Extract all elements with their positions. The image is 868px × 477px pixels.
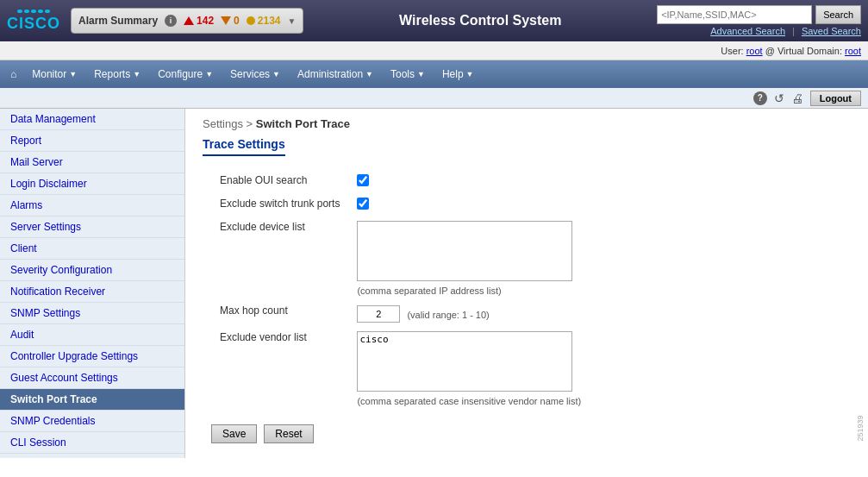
sidebar-item-alarms[interactable]: Alarms [0, 195, 184, 217]
search-button[interactable]: Search [815, 5, 861, 24]
user-label: User: [721, 46, 743, 56]
sidebar-item-server-settings[interactable]: Server Settings [0, 217, 184, 238]
user-bar: User: root @ Virtual Domain: root [0, 41, 868, 60]
refresh-icon[interactable]: ↺ [774, 91, 784, 105]
alarm-dropdown-arrow[interactable]: ▼ [287, 16, 296, 26]
sidebar-item-snmp-settings[interactable]: SNMP Settings [0, 303, 184, 324]
max-hop-hint: (valid range: 1 - 10) [407, 310, 489, 320]
watermark: 251939 [856, 284, 865, 442]
sidebar-item-audit[interactable]: Audit [0, 324, 184, 346]
nav-services[interactable]: Services ▼ [222, 63, 289, 85]
sidebar-item-notification-receiver[interactable]: Notification Receiver [0, 281, 184, 303]
configure-arrow: ▼ [205, 70, 213, 78]
cisco-logo: CISCO [7, 9, 60, 33]
breadcrumb: Settings > Switch Port Trace [203, 117, 851, 130]
nav-administration[interactable]: Administration ▼ [289, 63, 382, 85]
major-icon [221, 16, 231, 25]
exclude-trunk-label: Exclude switch trunk ports [211, 193, 348, 217]
separator: @ [765, 46, 775, 56]
save-button[interactable]: Save [211, 424, 257, 443]
enable-oui-checkbox[interactable] [357, 174, 369, 186]
search-input[interactable] [657, 5, 812, 24]
sidebar-item-mail-server[interactable]: Mail Server [0, 152, 184, 173]
alarm-summary-label: Alarm Summary [78, 15, 158, 27]
exclude-device-label: Exclude device list [211, 217, 348, 300]
username-link[interactable]: root [746, 46, 763, 56]
sidebar-item-client[interactable]: Client [0, 238, 184, 260]
virtual-domain-label: Virtual Domain: [777, 46, 842, 56]
trace-settings-form: Enable OUI search Exclude switch trunk p… [211, 170, 590, 411]
logout-button[interactable]: Logout [810, 91, 861, 106]
reset-button[interactable]: Reset [264, 424, 313, 443]
nav-monitor[interactable]: Monitor ▼ [23, 63, 85, 85]
nav-configure[interactable]: Configure ▼ [149, 63, 222, 85]
sidebar-item-cli-session[interactable]: CLI Session [0, 432, 184, 454]
main-content: Settings > Switch Port Trace Trace Setti… [185, 109, 868, 458]
nav-help[interactable]: Help ▼ [434, 63, 483, 85]
advanced-search-link[interactable]: Advanced Search [710, 26, 785, 36]
nav-reports[interactable]: Reports ▼ [85, 63, 149, 85]
breadcrumb-settings: Settings [203, 117, 243, 130]
saved-search-link[interactable]: Saved Search [802, 26, 861, 36]
search-area: Search Advanced Search | Saved Search [657, 5, 861, 36]
exclude-vendor-hint: (comma separated case insensitive vendor… [357, 396, 581, 406]
exclude-vendor-label: Exclude vendor list [211, 327, 348, 411]
info-icon: i [165, 15, 177, 27]
exclude-device-textarea[interactable] [357, 221, 572, 281]
reports-arrow: ▼ [133, 70, 141, 78]
monitor-arrow: ▼ [69, 70, 77, 78]
help-arrow: ▼ [466, 70, 474, 78]
sidebar-item-snmp-credentials[interactable]: SNMP Credentials [0, 411, 184, 432]
exclude-trunk-checkbox[interactable] [357, 198, 369, 210]
print-icon[interactable]: 🖨 [791, 91, 803, 105]
alarm-major: 0 [221, 15, 240, 27]
critical-icon [184, 16, 194, 25]
sidebar-item-data-management[interactable]: Data Management [0, 109, 184, 130]
sidebar-item-login-disclaimer[interactable]: Login Disclaimer [0, 173, 184, 195]
alarm-summary: Alarm Summary i 142 0 2134 ▼ [71, 8, 303, 34]
sidebar: Data Management Report Mail Server Login… [0, 109, 185, 458]
help-icon[interactable]: ? [753, 91, 767, 105]
max-hop-label: Max hop count [211, 300, 348, 327]
help-bar: ? ↺ 🖨 Logout [0, 88, 868, 109]
nav-tools[interactable]: Tools ▼ [382, 63, 434, 85]
admin-arrow: ▼ [365, 70, 373, 78]
tools-arrow: ▼ [417, 70, 425, 78]
exclude-vendor-textarea[interactable]: cisco [357, 331, 572, 392]
nav-bar: ⌂ Monitor ▼ Reports ▼ Configure ▼ Servic… [0, 60, 868, 88]
nav-home[interactable]: ⌂ [3, 63, 23, 85]
section-title: Trace Settings [203, 137, 285, 156]
button-row: Save Reset [211, 424, 851, 443]
sidebar-item-guest-account[interactable]: Guest Account Settings [0, 367, 184, 389]
sidebar-item-controller-upgrade[interactable]: Controller Upgrade Settings [0, 346, 184, 367]
enable-oui-label: Enable OUI search [211, 170, 348, 193]
breadcrumb-page: Switch Port Trace [256, 117, 350, 130]
alarm-critical: 142 [184, 15, 214, 27]
home-icon: ⌂ [10, 68, 16, 80]
domain-link[interactable]: root [845, 46, 861, 56]
exclude-device-hint: (comma separated IP address list) [357, 286, 581, 296]
services-arrow: ▼ [272, 70, 280, 78]
sidebar-item-report[interactable]: Report [0, 130, 184, 152]
max-hop-input[interactable] [357, 305, 400, 323]
sidebar-item-switch-port-trace[interactable]: Switch Port Trace [0, 389, 184, 411]
app-title: Wireless Control System [303, 13, 657, 28]
alarm-minor: 2134 [247, 15, 281, 27]
breadcrumb-separator: > [247, 117, 253, 130]
minor-icon [247, 16, 255, 25]
sidebar-item-severity-configuration[interactable]: Severity Configuration [0, 260, 184, 281]
